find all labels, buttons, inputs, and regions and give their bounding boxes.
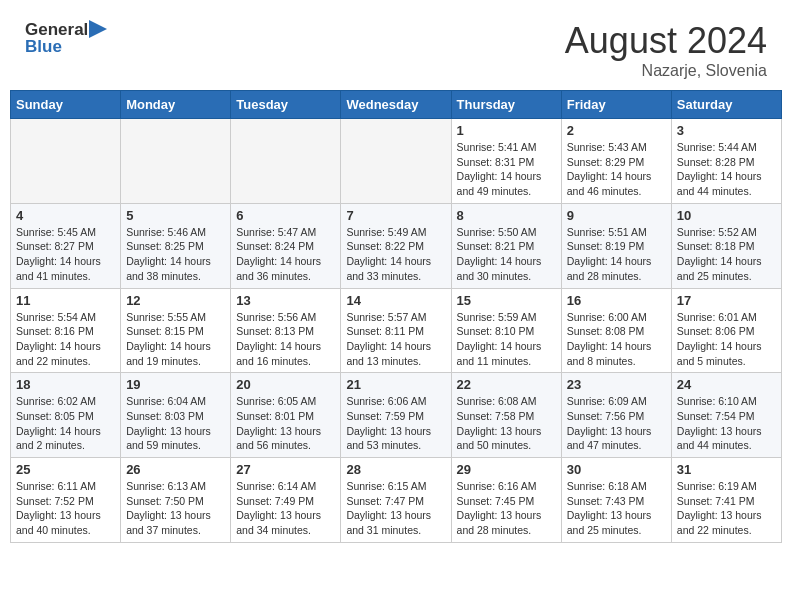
header-wednesday: Wednesday (341, 91, 451, 119)
day-info: Sunrise: 5:49 AMSunset: 8:22 PMDaylight:… (346, 225, 445, 284)
day-info: Sunrise: 5:46 AMSunset: 8:25 PMDaylight:… (126, 225, 225, 284)
calendar-cell: 5Sunrise: 5:46 AMSunset: 8:25 PMDaylight… (121, 203, 231, 288)
day-number: 16 (567, 293, 666, 308)
day-info: Sunrise: 5:43 AMSunset: 8:29 PMDaylight:… (567, 140, 666, 199)
week-row-1: 1Sunrise: 5:41 AMSunset: 8:31 PMDaylight… (11, 119, 782, 204)
day-info: Sunrise: 6:01 AMSunset: 8:06 PMDaylight:… (677, 310, 776, 369)
day-number: 18 (16, 377, 115, 392)
calendar-cell: 20Sunrise: 6:05 AMSunset: 8:01 PMDayligh… (231, 373, 341, 458)
day-number: 14 (346, 293, 445, 308)
day-number: 3 (677, 123, 776, 138)
header-row: SundayMondayTuesdayWednesdayThursdayFrid… (11, 91, 782, 119)
day-info: Sunrise: 5:44 AMSunset: 8:28 PMDaylight:… (677, 140, 776, 199)
day-number: 26 (126, 462, 225, 477)
day-number: 23 (567, 377, 666, 392)
day-info: Sunrise: 6:19 AMSunset: 7:41 PMDaylight:… (677, 479, 776, 538)
calendar-cell: 17Sunrise: 6:01 AMSunset: 8:06 PMDayligh… (671, 288, 781, 373)
calendar-cell: 12Sunrise: 5:55 AMSunset: 8:15 PMDayligh… (121, 288, 231, 373)
day-number: 7 (346, 208, 445, 223)
calendar-cell (341, 119, 451, 204)
day-number: 20 (236, 377, 335, 392)
calendar-cell: 10Sunrise: 5:52 AMSunset: 8:18 PMDayligh… (671, 203, 781, 288)
day-info: Sunrise: 6:15 AMSunset: 7:47 PMDaylight:… (346, 479, 445, 538)
day-info: Sunrise: 5:50 AMSunset: 8:21 PMDaylight:… (457, 225, 556, 284)
page-header: General Blue August 2024 Nazarje, Sloven… (10, 10, 782, 85)
day-info: Sunrise: 5:56 AMSunset: 8:13 PMDaylight:… (236, 310, 335, 369)
day-info: Sunrise: 6:10 AMSunset: 7:54 PMDaylight:… (677, 394, 776, 453)
day-number: 25 (16, 462, 115, 477)
day-number: 15 (457, 293, 556, 308)
day-info: Sunrise: 6:04 AMSunset: 8:03 PMDaylight:… (126, 394, 225, 453)
day-number: 11 (16, 293, 115, 308)
day-info: Sunrise: 6:06 AMSunset: 7:59 PMDaylight:… (346, 394, 445, 453)
day-number: 12 (126, 293, 225, 308)
day-number: 17 (677, 293, 776, 308)
calendar-cell: 26Sunrise: 6:13 AMSunset: 7:50 PMDayligh… (121, 458, 231, 543)
day-number: 31 (677, 462, 776, 477)
calendar-cell: 31Sunrise: 6:19 AMSunset: 7:41 PMDayligh… (671, 458, 781, 543)
day-info: Sunrise: 5:52 AMSunset: 8:18 PMDaylight:… (677, 225, 776, 284)
calendar-cell: 6Sunrise: 5:47 AMSunset: 8:24 PMDaylight… (231, 203, 341, 288)
header-sunday: Sunday (11, 91, 121, 119)
day-number: 13 (236, 293, 335, 308)
day-number: 6 (236, 208, 335, 223)
logo-general: General (25, 21, 88, 38)
calendar-cell: 29Sunrise: 6:16 AMSunset: 7:45 PMDayligh… (451, 458, 561, 543)
calendar-cell: 23Sunrise: 6:09 AMSunset: 7:56 PMDayligh… (561, 373, 671, 458)
day-info: Sunrise: 6:05 AMSunset: 8:01 PMDaylight:… (236, 394, 335, 453)
logo-blue: Blue (25, 38, 107, 55)
calendar-cell: 3Sunrise: 5:44 AMSunset: 8:28 PMDaylight… (671, 119, 781, 204)
day-info: Sunrise: 6:16 AMSunset: 7:45 PMDaylight:… (457, 479, 556, 538)
calendar-cell: 4Sunrise: 5:45 AMSunset: 8:27 PMDaylight… (11, 203, 121, 288)
day-number: 28 (346, 462, 445, 477)
day-number: 9 (567, 208, 666, 223)
header-monday: Monday (121, 91, 231, 119)
calendar-cell: 9Sunrise: 5:51 AMSunset: 8:19 PMDaylight… (561, 203, 671, 288)
day-info: Sunrise: 5:41 AMSunset: 8:31 PMDaylight:… (457, 140, 556, 199)
header-thursday: Thursday (451, 91, 561, 119)
calendar-cell: 21Sunrise: 6:06 AMSunset: 7:59 PMDayligh… (341, 373, 451, 458)
svg-marker-0 (89, 20, 107, 38)
logo-triangle-icon (89, 20, 107, 38)
day-number: 21 (346, 377, 445, 392)
logo: General Blue (25, 20, 107, 55)
calendar-cell: 1Sunrise: 5:41 AMSunset: 8:31 PMDaylight… (451, 119, 561, 204)
header-friday: Friday (561, 91, 671, 119)
day-number: 24 (677, 377, 776, 392)
day-number: 1 (457, 123, 556, 138)
day-info: Sunrise: 5:54 AMSunset: 8:16 PMDaylight:… (16, 310, 115, 369)
calendar-cell: 7Sunrise: 5:49 AMSunset: 8:22 PMDaylight… (341, 203, 451, 288)
calendar-cell (11, 119, 121, 204)
day-number: 5 (126, 208, 225, 223)
day-info: Sunrise: 6:08 AMSunset: 7:58 PMDaylight:… (457, 394, 556, 453)
day-info: Sunrise: 5:45 AMSunset: 8:27 PMDaylight:… (16, 225, 115, 284)
day-number: 30 (567, 462, 666, 477)
week-row-4: 18Sunrise: 6:02 AMSunset: 8:05 PMDayligh… (11, 373, 782, 458)
day-info: Sunrise: 6:13 AMSunset: 7:50 PMDaylight:… (126, 479, 225, 538)
day-number: 10 (677, 208, 776, 223)
calendar-cell: 18Sunrise: 6:02 AMSunset: 8:05 PMDayligh… (11, 373, 121, 458)
calendar-cell: 14Sunrise: 5:57 AMSunset: 8:11 PMDayligh… (341, 288, 451, 373)
calendar-cell: 11Sunrise: 5:54 AMSunset: 8:16 PMDayligh… (11, 288, 121, 373)
day-info: Sunrise: 6:18 AMSunset: 7:43 PMDaylight:… (567, 479, 666, 538)
month-year: August 2024 (565, 20, 767, 62)
calendar-cell: 28Sunrise: 6:15 AMSunset: 7:47 PMDayligh… (341, 458, 451, 543)
calendar-cell: 22Sunrise: 6:08 AMSunset: 7:58 PMDayligh… (451, 373, 561, 458)
calendar-table: SundayMondayTuesdayWednesdayThursdayFrid… (10, 90, 782, 543)
location: Nazarje, Slovenia (565, 62, 767, 80)
day-info: Sunrise: 5:57 AMSunset: 8:11 PMDaylight:… (346, 310, 445, 369)
day-info: Sunrise: 6:11 AMSunset: 7:52 PMDaylight:… (16, 479, 115, 538)
day-info: Sunrise: 5:59 AMSunset: 8:10 PMDaylight:… (457, 310, 556, 369)
calendar-cell: 8Sunrise: 5:50 AMSunset: 8:21 PMDaylight… (451, 203, 561, 288)
day-info: Sunrise: 5:55 AMSunset: 8:15 PMDaylight:… (126, 310, 225, 369)
day-number: 4 (16, 208, 115, 223)
day-info: Sunrise: 5:47 AMSunset: 8:24 PMDaylight:… (236, 225, 335, 284)
day-number: 27 (236, 462, 335, 477)
day-number: 19 (126, 377, 225, 392)
week-row-5: 25Sunrise: 6:11 AMSunset: 7:52 PMDayligh… (11, 458, 782, 543)
day-number: 22 (457, 377, 556, 392)
calendar-cell: 19Sunrise: 6:04 AMSunset: 8:03 PMDayligh… (121, 373, 231, 458)
calendar-cell: 25Sunrise: 6:11 AMSunset: 7:52 PMDayligh… (11, 458, 121, 543)
week-row-2: 4Sunrise: 5:45 AMSunset: 8:27 PMDaylight… (11, 203, 782, 288)
day-info: Sunrise: 6:02 AMSunset: 8:05 PMDaylight:… (16, 394, 115, 453)
